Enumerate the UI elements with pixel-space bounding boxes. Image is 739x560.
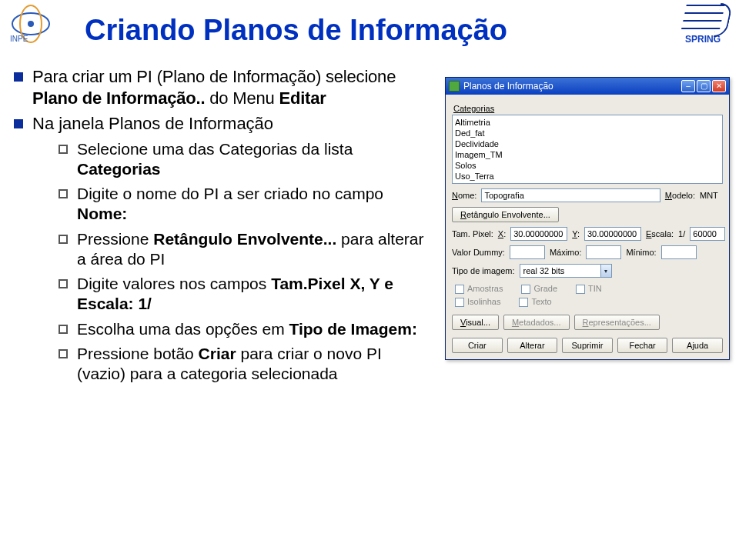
sub-6: Pressione botão Criar para criar o novo … — [59, 344, 430, 385]
minimo-label: Mínimo: — [626, 248, 656, 257]
check-texto[interactable]: Texto — [519, 297, 551, 307]
bullet-2: Na janela Planos de Informação — [14, 113, 430, 135]
bullet-2-text: Na janela Planos de Informação — [32, 113, 273, 135]
sub-2-text: Digite o nome do PI a ser criado no camp… — [77, 184, 430, 225]
list-item[interactable]: Uso_Terra — [455, 171, 720, 182]
s2p1: Nome: — [77, 205, 127, 222]
criar-button[interactable]: Criar — [452, 338, 503, 353]
valor-dummy-label: Valor Dummy: — [452, 248, 505, 257]
sub-5-text: Escolha uma das opções em Tipo de Imagem… — [77, 319, 417, 339]
retangulo-envolvente-button[interactable]: RRetângulo Envolvente...etângulo Envolve… — [452, 207, 559, 222]
b1-p2: do Menu — [205, 88, 279, 108]
check-amostras[interactable]: Amostras — [455, 284, 503, 294]
minimo-input[interactable] — [661, 245, 697, 259]
list-item[interactable]: Ded_fat — [455, 128, 720, 138]
s2p0: Digite o nome do PI a ser criado no camp… — [77, 185, 383, 202]
s5p1: Tipo de Imagem: — [289, 320, 416, 338]
modelo-label: Modelo: — [665, 191, 695, 200]
dialog-title: Planos de Informação — [463, 81, 680, 92]
inpe-text: INPE — [10, 35, 28, 43]
bullet-square-icon — [14, 119, 23, 128]
sub-square-icon — [59, 235, 68, 244]
spring-label: SPRING — [676, 34, 730, 45]
valor-dummy-input[interactable] — [510, 245, 545, 259]
escala-input[interactable] — [690, 227, 725, 241]
categorias-listbox[interactable]: Altimetria Ded_fat Declividade Imagem_TM… — [452, 115, 723, 184]
maximo-label: Máximo: — [550, 248, 582, 257]
s5p0: Escolha uma das opções em — [77, 320, 289, 338]
list-item[interactable]: Declividade — [455, 138, 720, 149]
x-input[interactable] — [510, 227, 567, 241]
s3p0: Pressione — [77, 230, 153, 248]
alterar-button[interactable]: Alterar — [507, 338, 558, 353]
sub-3: Pressione Retângulo Envolvente... para a… — [59, 229, 430, 270]
sub-square-icon — [59, 145, 68, 154]
s3p1: Retângulo Envolvente... — [153, 230, 336, 248]
s6p0: Pressione botão — [77, 345, 199, 362]
spring-logo: SPRING — [676, 5, 730, 48]
check-grade[interactable]: Grade — [521, 284, 557, 294]
tipo-imagem-value: real 32 bits — [520, 266, 600, 275]
maximize-button[interactable]: ▢ — [697, 80, 711, 92]
modelo-value: MNT — [700, 191, 723, 200]
checks-row-1: Amostras Grade TIN — [452, 284, 723, 294]
nome-label: Nome: — [452, 191, 477, 200]
sub-square-icon — [59, 325, 68, 334]
sub-square-icon — [59, 279, 68, 288]
sub-1-text: Selecione uma das Categorias da lista Ca… — [77, 139, 430, 180]
ajuda-button[interactable]: Ajuda — [672, 338, 723, 353]
dialog-body: Categorias Altimetria Ded_fat Declividad… — [446, 95, 729, 359]
dialog-titlebar[interactable]: Planos de Informação – ▢ ✕ — [446, 78, 729, 95]
planos-dialog: Planos de Informação – ▢ ✕ Categorias Al… — [445, 77, 730, 360]
sub-4-text: Digite valores nos campos Tam.Pixel X, Y… — [77, 274, 430, 315]
checks-row-2: Isolinhas Texto — [452, 297, 723, 307]
list-item[interactable]: Solos — [455, 160, 720, 171]
escala-label: Escala: — [646, 229, 674, 238]
b1-p1: Plano de Informação.. — [32, 88, 205, 108]
minimize-button[interactable]: – — [681, 80, 695, 92]
escala-prefix: 1/ — [678, 229, 685, 238]
metadados-button[interactable]: Metadados... — [503, 315, 570, 330]
spring-grid-icon — [680, 5, 725, 32]
sub-6-text: Pressione botão Criar para criar o novo … — [77, 344, 430, 385]
suprimir-button[interactable]: Suprimir — [562, 338, 613, 353]
categorias-label: Categorias — [453, 104, 723, 113]
sub-1: Selecione uma das Categorias da lista Ca… — [59, 139, 430, 180]
tipo-imagem-label: Tipo de imagem: — [452, 266, 515, 275]
check-isolinhas[interactable]: Isolinhas — [455, 297, 500, 307]
slide-title: Criando Planos de Informação — [85, 14, 507, 47]
bullet-1: Para criar um PI (Plano de Informação) s… — [14, 66, 430, 108]
s4p0: Digite valores nos campos — [77, 275, 271, 292]
representacoes-button[interactable]: Representações... — [574, 315, 660, 330]
bullet-1-text: Para criar um PI (Plano de Informação) s… — [32, 66, 430, 108]
chevron-down-icon: ▾ — [600, 265, 611, 277]
close-button[interactable]: ✕ — [712, 80, 726, 92]
slide-content: Para criar um PI (Plano de Informação) s… — [14, 66, 430, 388]
y-label: Y: — [572, 229, 580, 238]
y-input[interactable] — [584, 227, 641, 241]
list-item[interactable]: Imagem_TM — [455, 149, 720, 160]
visual-button[interactable]: Visual... — [452, 315, 499, 330]
sub-square-icon — [59, 349, 68, 358]
sub-5: Escolha uma das opções em Tipo de Imagem… — [59, 319, 430, 339]
check-tin[interactable]: TIN — [576, 284, 602, 294]
fechar-button[interactable]: Fechar — [617, 338, 668, 353]
svg-point-2 — [28, 21, 34, 27]
app-icon — [449, 81, 460, 92]
sub-3-text: Pressione Retângulo Envolvente... para a… — [77, 229, 430, 270]
bullet-square-icon — [14, 72, 23, 82]
s6p1: Criar — [199, 345, 236, 362]
inpe-logo: INPE — [8, 5, 54, 43]
list-item[interactable]: Altimetria — [455, 117, 720, 128]
s1p0: Selecione uma das Categorias da lista — [77, 140, 353, 158]
nome-input[interactable] — [481, 188, 660, 202]
tam-pixel-label: Tam. Pixel: — [452, 229, 493, 238]
b1-p3: Editar — [279, 88, 326, 108]
maximo-input[interactable] — [586, 245, 621, 259]
b1-p0: Para criar um PI (Plano de Informação) s… — [32, 67, 396, 86]
x-label: X: — [498, 229, 506, 238]
sub-square-icon — [59, 189, 68, 198]
s1p1: Categorias — [77, 160, 161, 178]
sub-2: Digite o nome do PI a ser criado no camp… — [59, 184, 430, 225]
tipo-imagem-combo[interactable]: real 32 bits ▾ — [520, 264, 612, 278]
